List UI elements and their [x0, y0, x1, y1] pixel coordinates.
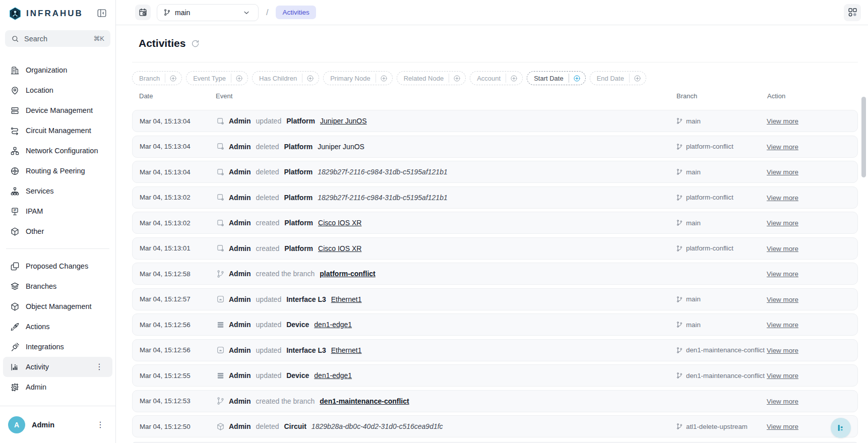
sidebar-item-location[interactable]: Location: [3, 80, 112, 100]
view-more-link[interactable]: View more: [767, 143, 798, 151]
row-event: AdminupdatedDeviceden1-edge1: [216, 321, 676, 329]
kebab-menu-icon[interactable]: ⋮: [93, 362, 105, 372]
event-object-name[interactable]: Juniper JunOS: [320, 117, 367, 125]
event-object-name[interactable]: den1-edge1: [314, 371, 352, 379]
plus-circle-icon[interactable]: [449, 75, 465, 82]
sidebar-item-other[interactable]: Other: [3, 221, 112, 241]
view-more-link[interactable]: View more: [767, 117, 798, 125]
sidebar-item-branches[interactable]: Branches: [3, 276, 112, 296]
event-object-type: Platform: [284, 194, 313, 202]
view-more-link[interactable]: View more: [767, 168, 798, 176]
sidebar-item-label: Admin: [26, 383, 46, 391]
table-row: Mar 04, 15:12:57AdminupdatedInterface L3…: [132, 288, 858, 310]
view-more-link[interactable]: View more: [767, 245, 798, 252]
event-verb: created: [256, 244, 280, 252]
view-more-link[interactable]: View more: [767, 321, 798, 329]
sidebar-item-proposed-changes[interactable]: Proposed Changes: [3, 256, 112, 276]
event-object-name[interactable]: den1-edge1: [314, 321, 352, 329]
main-content: main / Activities Activities: [116, 0, 868, 443]
breadcrumb-separator: /: [266, 8, 268, 17]
breadcrumb-current[interactable]: Activities: [276, 6, 316, 19]
filter-chip-account[interactable]: Account: [470, 71, 523, 85]
event-object-type: Platform: [284, 244, 313, 252]
user-menu-kebab-icon[interactable]: ⋮: [94, 419, 106, 430]
row-event: AdmindeletedPlatform1829b27f-2116-c984-3…: [216, 168, 676, 176]
filter-chip-event-type[interactable]: Event Type: [186, 71, 248, 85]
sidebar-item-object-management[interactable]: Object Management: [3, 296, 112, 317]
event-object-name[interactable]: Ethernet1: [331, 295, 362, 303]
row-action: View more: [767, 346, 850, 355]
plus-circle-icon[interactable]: [569, 75, 585, 82]
sidebar-item-label: Services: [26, 187, 54, 195]
sidebar-item-ipam[interactable]: IPIPAM: [3, 201, 112, 221]
user-row[interactable]: A Admin ⋮: [0, 406, 115, 443]
plus-circle-icon[interactable]: [376, 75, 392, 82]
branch-label: platform-conflict: [686, 143, 733, 150]
row-event: AdmindeletedPlatform1829b27f-2116-c984-3…: [216, 193, 676, 202]
view-more-link[interactable]: View more: [767, 398, 798, 405]
sidebar-item-organization[interactable]: Organization: [3, 60, 112, 80]
row-event: AdminupdatedPlatformJuniper JunOS: [216, 117, 676, 125]
event-object-name[interactable]: den1-maintenance-conflict: [320, 397, 409, 405]
view-more-link[interactable]: View more: [767, 423, 798, 430]
event-object-type: Interface L3: [286, 346, 326, 354]
sidebar-item-circuit-management[interactable]: Circuit Management: [3, 120, 112, 141]
sidebar-item-device-management[interactable]: Device Management: [3, 100, 112, 120]
event-verb: updated: [256, 321, 282, 329]
assistant-widget-button[interactable]: [831, 418, 851, 438]
branch-selector[interactable]: main: [157, 4, 259, 21]
sidebar-item-admin[interactable]: Admin: [3, 377, 112, 397]
layers-icon: [10, 282, 20, 291]
interface-icon: [216, 346, 225, 354]
view-more-link[interactable]: View more: [767, 270, 798, 278]
row-branch: main: [676, 321, 767, 329]
sidebar-item-routing-peering[interactable]: Routing & Peering: [3, 161, 112, 181]
event-object-name[interactable]: platform-conflict: [320, 270, 375, 278]
sidebar-item-actions[interactable]: Actions: [3, 317, 112, 337]
event-object-name[interactable]: Cisco IOS XR: [318, 219, 361, 227]
filter-chip-primary-node[interactable]: Primary Node: [323, 71, 392, 85]
table-row: Mar 04, 15:12:56AdminupdatedDeviceden1-e…: [132, 313, 858, 336]
plus-circle-icon[interactable]: [165, 75, 181, 82]
column-header-event: Event: [216, 92, 676, 100]
plus-circle-icon[interactable]: [630, 75, 646, 82]
git-branch-icon: [676, 245, 683, 252]
event-object-name: Juniper JunOS: [318, 143, 364, 151]
filter-chip-has-children[interactable]: Has Children: [252, 71, 319, 85]
event-object-name[interactable]: Ethernet1: [331, 346, 362, 354]
device-icon: [216, 371, 225, 380]
scrollbar-thumb[interactable]: [861, 97, 866, 177]
sidebar-item-network-configuration[interactable]: Network Configuration: [3, 141, 112, 161]
view-more-link[interactable]: View more: [767, 347, 798, 354]
sidebar-item-label: Circuit Management: [26, 126, 91, 135]
event-object-type: Interface L3: [286, 295, 326, 303]
event-actor: Admin: [229, 422, 251, 430]
logo-row: INFRAHUB: [0, 0, 115, 27]
filter-chip-branch[interactable]: Branch: [132, 71, 182, 85]
refresh-icon[interactable]: [191, 39, 200, 48]
plus-circle-icon[interactable]: [302, 75, 319, 82]
view-more-link[interactable]: View more: [767, 219, 798, 227]
git-branch-icon: [676, 143, 683, 150]
event-actor: Admin: [229, 219, 251, 227]
sidebar-item-services[interactable]: Services: [3, 181, 112, 201]
view-more-link[interactable]: View more: [767, 372, 798, 379]
chevron-down-icon[interactable]: [235, 5, 258, 21]
view-more-link[interactable]: View more: [767, 194, 798, 202]
table-row: Mar 04, 15:12:56AdminupdatedInterface L3…: [132, 339, 858, 361]
filter-chip-start-date[interactable]: Start Date: [527, 71, 586, 85]
search-input[interactable]: Search ⌘K: [5, 30, 110, 47]
git-branch-icon: [676, 423, 683, 430]
event-object-name[interactable]: Cisco IOS XR: [318, 244, 361, 252]
filter-chip-end-date[interactable]: End Date: [590, 71, 646, 85]
view-more-link[interactable]: View more: [767, 296, 798, 303]
filter-chip-related-node[interactable]: Related Node: [397, 71, 466, 85]
sidebar-collapse-button[interactable]: [96, 8, 108, 20]
row-date: Mar 04, 15:12:50: [140, 423, 216, 430]
plus-circle-icon[interactable]: [506, 75, 522, 82]
schema-explorer-button[interactable]: [844, 4, 861, 21]
plus-circle-icon[interactable]: [231, 75, 247, 82]
sidebar-item-integrations[interactable]: Integrations: [3, 337, 112, 357]
time-travel-button[interactable]: [135, 5, 151, 20]
sidebar-item-activity[interactable]: Activity⋮: [3, 357, 112, 377]
